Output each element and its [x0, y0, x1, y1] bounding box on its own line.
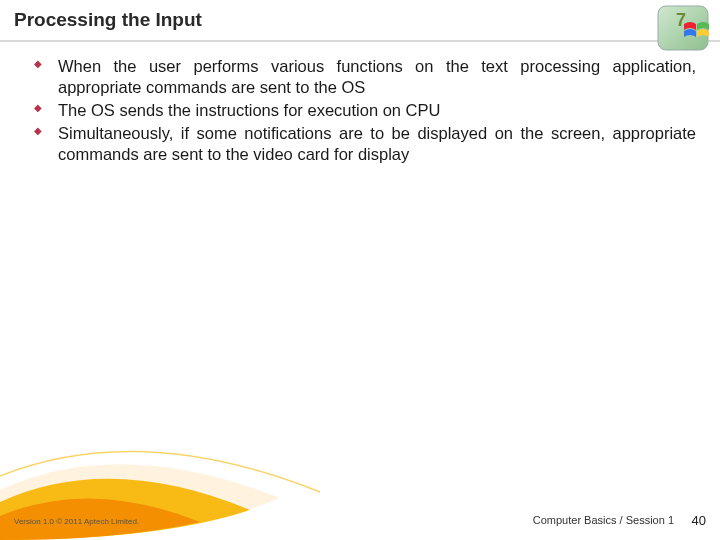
bullet-list: When the user performs various functions…	[34, 56, 696, 166]
page-number: 40	[692, 513, 706, 528]
bullet-item: Simultaneously, if some notifications ar…	[34, 123, 696, 165]
slide-title: Processing the Input	[14, 9, 202, 31]
footer-version: Version 1.0 © 2011 Aptech Limited.	[14, 517, 139, 526]
slide: Processing the Input 7 When the user per…	[0, 0, 720, 540]
bullet-item: When the user performs various functions…	[34, 56, 696, 98]
footer-course: Computer Basics / Session 1	[533, 514, 674, 526]
windows7-logo-icon: 7	[656, 4, 710, 52]
title-bar: Processing the Input	[0, 0, 720, 42]
bullet-item: The OS sends the instructions for execut…	[34, 100, 696, 121]
content-area: When the user performs various functions…	[34, 56, 696, 168]
